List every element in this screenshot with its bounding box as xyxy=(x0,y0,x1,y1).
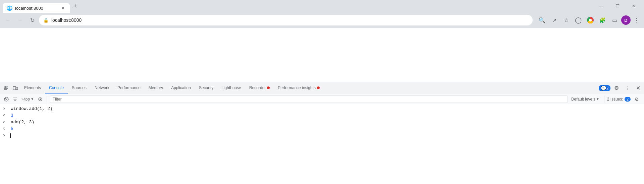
settings-separator xyxy=(47,96,47,103)
tab-bar: 🌐 localhost:8000 ✕ + — ❐ ✕ xyxy=(0,0,644,12)
inspect-element-button[interactable] xyxy=(1,83,11,93)
show-console-sidebar-button[interactable] xyxy=(37,96,44,103)
page-content xyxy=(0,28,644,82)
browser-tab[interactable]: 🌐 localhost:8000 ✕ xyxy=(3,3,70,13)
console-result-2: 5 xyxy=(11,126,13,132)
dropdown-icon: ▼ xyxy=(596,97,599,101)
back-button[interactable]: ← xyxy=(3,15,13,25)
devtools-more-button[interactable]: ⋮ xyxy=(623,83,632,93)
window-controls: — ❐ ✕ xyxy=(594,0,641,12)
console-settings-row: > top ▼ Default levels ▼ 2 Issue xyxy=(0,94,644,104)
svg-rect-3 xyxy=(13,86,16,90)
issues-badge-row[interactable]: 2 Issues: 2 xyxy=(607,97,631,102)
browser-window: 🌐 localhost:8000 ✕ + — ❐ ✕ ← → ↻ 🔒 local… xyxy=(0,0,644,140)
new-tab-button[interactable]: + xyxy=(71,1,80,11)
svg-point-7 xyxy=(40,99,41,100)
tab-application[interactable]: Application xyxy=(167,82,195,94)
context-dropdown-icon: ▼ xyxy=(31,97,34,101)
context-label: top xyxy=(24,97,30,102)
right-separator xyxy=(604,96,604,103)
console-settings-button[interactable]: ⚙ xyxy=(632,95,641,104)
device-toolbar-button[interactable] xyxy=(11,83,20,93)
console-input-line[interactable]: > xyxy=(0,132,644,139)
bookmark-icon[interactable]: ☆ xyxy=(561,15,572,25)
console-output: > window.add(1, 2) < 3 > add(2, 3) < 5 > xyxy=(0,104,644,140)
record-icon xyxy=(267,86,270,89)
console-line-1: > window.add(1, 2) xyxy=(0,106,644,112)
close-button[interactable]: ✕ xyxy=(626,0,641,12)
default-levels-button[interactable]: Default levels ▼ xyxy=(569,96,601,102)
tab-network[interactable]: Network xyxy=(91,82,113,94)
console-line-4: < 5 xyxy=(0,126,644,132)
console-line-2: < 3 xyxy=(0,112,644,119)
split-view-icon[interactable]: ▭ xyxy=(609,15,620,25)
share-icon[interactable]: ↗ xyxy=(549,15,559,25)
cursor xyxy=(10,133,11,138)
google-account-icon[interactable]: ◯ xyxy=(573,15,584,25)
forward-button[interactable]: → xyxy=(15,15,25,25)
tab-memory[interactable]: Memory xyxy=(145,82,167,94)
svg-point-1 xyxy=(589,19,592,21)
tab-console[interactable]: Console xyxy=(45,82,68,94)
minimize-button[interactable]: — xyxy=(594,0,609,12)
tab-performance-insights[interactable]: Performance insights xyxy=(274,82,324,94)
output-arrow-1: < xyxy=(3,112,8,119)
extensions-icon[interactable]: 🧩 xyxy=(597,15,608,25)
url-text: localhost:8000 xyxy=(51,17,528,23)
svg-rect-4 xyxy=(16,87,18,89)
toolbar-icons: 🔍 ↗ ☆ ◯ 🧩 ▭ D ⋮ xyxy=(537,15,641,25)
maximize-button[interactable]: ❐ xyxy=(610,0,625,12)
search-icon[interactable]: 🔍 xyxy=(537,15,547,25)
tab-sources[interactable]: Sources xyxy=(68,82,91,94)
svg-rect-2 xyxy=(4,86,6,88)
tab-title: localhost:8000 xyxy=(15,6,58,11)
output-arrow-2: < xyxy=(3,126,8,132)
console-text-1: window.add(1, 2) xyxy=(11,106,53,112)
clear-console-button[interactable] xyxy=(3,96,10,103)
devtools-settings-button[interactable]: ⚙ xyxy=(612,83,621,93)
filter-input[interactable] xyxy=(50,96,568,103)
console-result-1: 3 xyxy=(11,112,13,119)
tab-recorder[interactable]: Recorder xyxy=(245,82,274,94)
lock-icon: 🔒 xyxy=(43,18,49,23)
devtools-panel: Elements Console Sources Network Perform… xyxy=(0,82,644,140)
chrome-icon[interactable] xyxy=(585,15,596,25)
issues-count-badge: 2 xyxy=(625,97,631,102)
tab-favicon: 🌐 xyxy=(7,5,12,11)
issues-badge[interactable]: 💬 2 xyxy=(599,85,610,91)
prompt-arrow: > xyxy=(3,132,8,139)
tab-lighthouse[interactable]: Lighthouse xyxy=(217,82,245,94)
console-text-2: add(2, 3) xyxy=(11,119,34,126)
chrome-menu-button[interactable]: ⋮ xyxy=(632,15,641,25)
console-line-3: > add(2, 3) xyxy=(0,119,644,126)
right-controls: Default levels ▼ 2 Issues: 2 ⚙ xyxy=(569,95,641,104)
input-arrow-2: > xyxy=(3,119,8,126)
url-bar[interactable]: 🔒 localhost:8000 xyxy=(39,15,533,25)
tab-elements[interactable]: Elements xyxy=(20,82,45,94)
tab-security[interactable]: Security xyxy=(195,82,217,94)
tab-performance[interactable]: Performance xyxy=(113,82,145,94)
address-bar: ← → ↻ 🔒 localhost:8000 🔍 ↗ ☆ ◯ � xyxy=(0,12,644,28)
record-icon-2 xyxy=(317,86,320,89)
input-arrow-1: > xyxy=(3,106,8,112)
tab-close-button[interactable]: ✕ xyxy=(60,5,66,11)
reload-button[interactable]: ↻ xyxy=(27,15,38,25)
devtools-close-button[interactable]: ✕ xyxy=(633,83,643,93)
toggle-filter-button[interactable] xyxy=(11,96,19,103)
profile-button[interactable]: D xyxy=(621,15,631,25)
context-selector[interactable]: > top ▼ xyxy=(20,96,35,103)
devtools-tab-bar: Elements Console Sources Network Perform… xyxy=(0,82,644,94)
